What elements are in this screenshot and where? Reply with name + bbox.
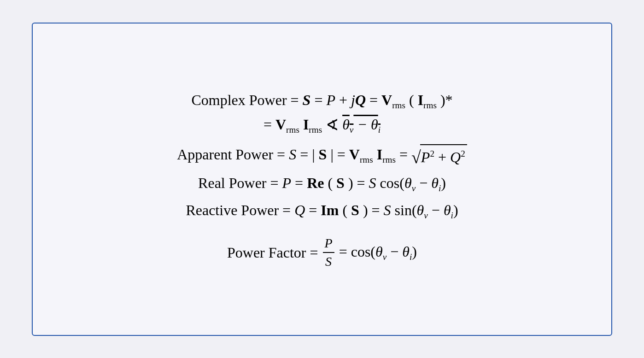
formula-line-1: Complex Power = S = P + jQ = Vrms ( Irms…	[191, 89, 452, 112]
pf-numerator: P	[323, 235, 334, 253]
formula-line-3: Apparent Power = S = | S | = Vrms Irms =…	[177, 143, 467, 168]
sqrt-radicand: P2 + Q2	[420, 144, 467, 168]
formula-line-4: Real Power = P = Re ( S ) = S cos(θv − θ…	[198, 172, 446, 195]
formula-card: Complex Power = S = P + jQ = Vrms ( Irms…	[32, 23, 612, 336]
formula-line-6: Power Factor = P S = cos(θv − θi)	[227, 235, 417, 269]
power-factor-label: Power Factor	[227, 241, 306, 264]
sqrt-expression: √ P2 + Q2	[411, 144, 467, 168]
formula-line-5: Reactive Power = Q = Im ( S ) = S sin(θv…	[186, 199, 458, 223]
S-symbol: S	[303, 92, 311, 108]
sqrt-symbol: √	[411, 148, 421, 166]
reactive-power-label: Reactive Power	[186, 202, 279, 218]
formula-line-2: = Vrms Irms ∢ θv − θi	[263, 112, 381, 137]
apparent-power-label: Apparent Power	[177, 146, 273, 163]
complex-power-label: Complex Power	[191, 92, 287, 108]
pf-denominator: S	[323, 253, 334, 270]
real-power-label: Real Power	[198, 175, 266, 191]
pf-fraction: P S	[323, 235, 334, 269]
